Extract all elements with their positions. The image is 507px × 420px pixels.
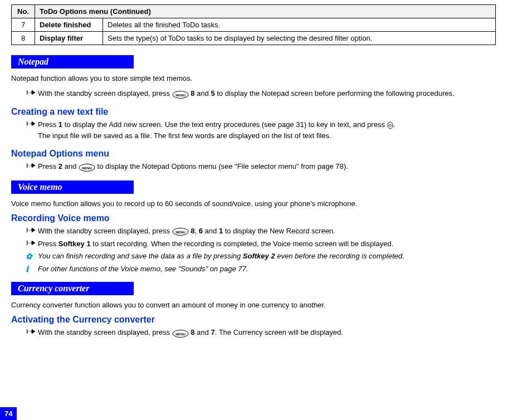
svg-point-3 — [389, 124, 391, 126]
table-row: 7 Delete finished Deletes all the finish… — [12, 18, 496, 32]
menu-icon: MENU — [172, 226, 189, 237]
list-item: Press Softkey 1 to start recording. When… — [27, 238, 496, 250]
pointer-icon — [27, 162, 36, 169]
voicememo-intro: Voice memo function allows you to record… — [11, 199, 496, 208]
list-item: With the standby screen displayed, press… — [27, 88, 496, 99]
notepad-intro: Notepad function allows you to store sim… — [11, 74, 496, 82]
table-row: 8 Display filter Sets the type(s) of ToD… — [12, 32, 496, 45]
info-tip-icon: ℹ — [26, 263, 28, 275]
pointer-icon — [27, 240, 36, 246]
section-voice-memo: Voice memo — [11, 180, 134, 194]
pointer-icon — [27, 227, 36, 233]
svg-text:MENU: MENU — [176, 93, 186, 96]
menu-icon: MENU — [172, 89, 189, 100]
svg-text:MENU: MENU — [176, 231, 186, 234]
hand-tip-icon: ✿ — [26, 251, 32, 262]
todo-options-table: No. ToDo Options menu (Continued) 7 Dele… — [11, 4, 496, 45]
list-item: ℹ For other functions of the Voice memo,… — [27, 263, 496, 275]
list-item: With the standby screen displayed, press… — [27, 327, 496, 338]
page-number: 74 — [0, 407, 17, 420]
heading-activating-currency: Activating the Currency converter — [11, 315, 496, 325]
list-item: With the standby screen displayed, press… — [27, 226, 496, 237]
list-item: Press 1 to display the Add new screen. U… — [27, 119, 496, 141]
heading-creating-text-file: Creating a new text file — [11, 107, 496, 117]
list-item: ✿ You can finish recording and save the … — [27, 251, 496, 262]
pointer-icon — [27, 120, 36, 127]
currency-intro: Currency converter function allows you t… — [11, 301, 496, 309]
svg-point-2 — [388, 122, 393, 129]
pointer-icon — [27, 89, 36, 96]
section-currency-converter: Currency converter — [11, 282, 134, 295]
table-header-menu: ToDo Options menu (Continued) — [35, 5, 496, 18]
menu-icon: MENU — [172, 328, 189, 339]
menu-icon: MENU — [79, 162, 95, 173]
table-header-no: No. — [12, 5, 35, 18]
list-item: Press 2 and MENU to display the Notepad … — [27, 161, 496, 172]
heading-notepad-options: Notepad Options menu — [11, 149, 496, 159]
section-notepad: Notepad — [11, 55, 134, 69]
heading-recording-voice-memo: Recording Voice memo — [11, 213, 496, 223]
nav-icon — [387, 121, 393, 129]
svg-text:MENU: MENU — [82, 167, 92, 170]
pointer-icon — [27, 328, 36, 335]
svg-text:MENU: MENU — [176, 333, 186, 336]
